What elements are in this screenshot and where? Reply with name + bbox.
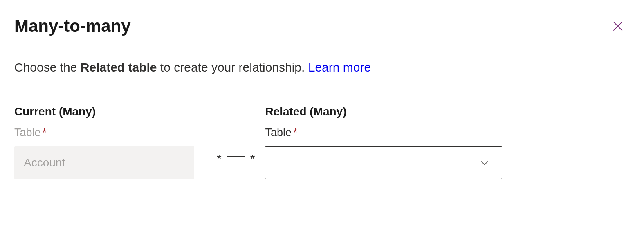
current-table-field: Account (14, 146, 194, 179)
description-bold: Related table (81, 61, 157, 74)
dialog-title: Many-to-many (14, 16, 131, 36)
close-button[interactable] (608, 16, 628, 37)
related-heading: Related (Many) (265, 105, 502, 118)
required-asterisk: * (293, 126, 298, 139)
learn-more-link[interactable]: Learn more (308, 61, 371, 74)
connector-right-asterisk: * (250, 153, 255, 165)
connector-left-asterisk: * (217, 153, 222, 165)
dialog-description: Choose the Related table to create your … (14, 61, 630, 74)
current-column: Current (Many) Table* Account (14, 105, 206, 179)
form-row: Current (Many) Table* Account * * Relate… (14, 105, 630, 179)
relationship-connector: * * (206, 150, 265, 162)
current-table-value: Account (24, 156, 65, 169)
current-heading: Current (Many) (14, 105, 206, 118)
description-prefix: Choose the (14, 61, 81, 74)
chevron-down-icon (479, 157, 490, 169)
related-table-label: Table* (265, 126, 502, 139)
connector-line-icon (227, 156, 245, 157)
current-table-label-text: Table (14, 126, 41, 139)
description-suffix: to create your relationship. (157, 61, 308, 74)
related-table-label-text: Table (265, 126, 292, 139)
related-table-dropdown[interactable] (265, 146, 502, 179)
current-table-label: Table* (14, 126, 206, 139)
required-asterisk: * (43, 126, 47, 139)
related-column: Related (Many) Table* (265, 105, 502, 179)
close-icon (611, 20, 624, 33)
dialog-header: Many-to-many (14, 16, 630, 36)
